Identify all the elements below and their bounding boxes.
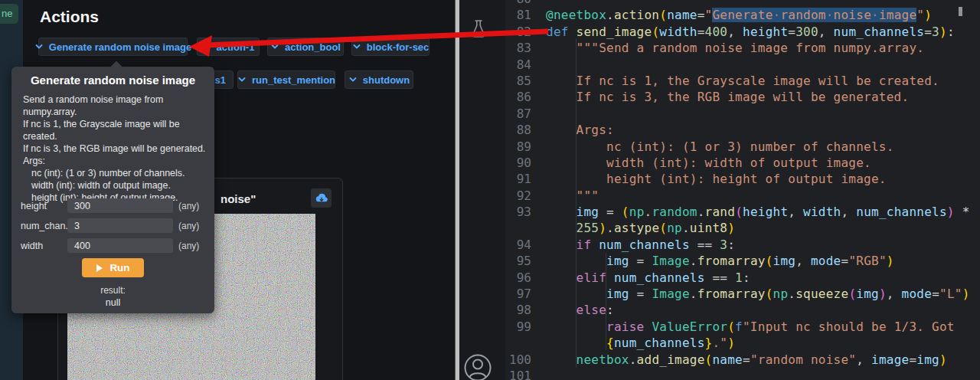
code-line: 81@neetbox.action(name="Generate·random·…	[505, 7, 970, 23]
chevron-down-icon	[34, 42, 44, 51]
action-button-label: Generate random noise image	[49, 41, 191, 53]
code-line: 97 img = Image.fromarray(np.squeeze(img)…	[505, 286, 970, 302]
action-button-action-1[interactable]: action-1	[197, 38, 260, 56]
desc-line: If nc is 1, the Grayscale image will be …	[23, 118, 207, 142]
chevron-down-icon	[352, 42, 361, 51]
action-button-action-bool[interactable]: action_bool	[267, 38, 344, 56]
field-label: height	[21, 201, 47, 211]
run-button-label: Run	[109, 262, 129, 274]
overview-ruler-selection-mark	[959, 7, 962, 16]
noise-image-card-title: noise"	[220, 192, 256, 205]
desc-line: Args:	[23, 155, 207, 167]
sidebar-project-tag[interactable]: ne	[0, 4, 18, 24]
code-line: 84	[505, 57, 970, 73]
result-label: result:	[11, 285, 214, 296]
play-icon	[96, 264, 103, 273]
field-row-height: height (any)	[11, 198, 214, 214]
account-icon[interactable]	[463, 353, 492, 380]
chevron-down-icon	[348, 75, 358, 84]
code-line: 90 width (int): width of output image.	[505, 155, 970, 171]
download-image-button[interactable]	[311, 188, 332, 208]
chevron-down-icon	[237, 75, 247, 84]
code-line: 83 """Send a random noise image from num…	[505, 40, 970, 56]
field-type-hint: (any)	[178, 241, 199, 251]
code-line: 94 if num_channels == 3:	[505, 237, 970, 253]
code-editor-window: 8081@neetbox.action(name="Generate·rando…	[459, 0, 980, 380]
field-label: width	[21, 241, 43, 251]
code-line: 96 elif num_channels == 1:	[505, 270, 970, 286]
code-editor[interactable]: 8081@neetbox.action(name="Generate·rando…	[505, 0, 980, 380]
action-button-label: action-1	[217, 41, 255, 53]
field-type-hint: (any)	[178, 221, 199, 231]
window-divider-scrollbar[interactable]	[455, 0, 459, 380]
width-input[interactable]	[67, 238, 173, 253]
code-line: 92 """	[505, 188, 970, 204]
code-line: 95 img = Image.fromarray(img, mode="RGB"…	[505, 253, 970, 269]
code-line: 99 raise ValueError(f"Input nc should be…	[505, 319, 970, 335]
desc-line: Send a random noise image from numpy.arr…	[23, 93, 207, 118]
field-row-num-channels: num_chan... (any)	[11, 218, 214, 234]
field-type-hint: (any)	[178, 201, 199, 211]
code-line: 98 else:	[505, 302, 970, 318]
popover-description: Send a random noise image from numpy.arr…	[23, 93, 207, 204]
action-button-shutdown[interactable]: shutdown	[345, 70, 413, 89]
code-line: 101	[505, 368, 970, 380]
action-button-label: run_test_mention	[252, 74, 335, 86]
code-line: 88 Args:	[505, 122, 970, 138]
code-line: 86 If nc is 3, the RGB image will be gen…	[505, 89, 970, 105]
popover-title: Generate random noise image	[11, 74, 214, 87]
run-button[interactable]: Run	[82, 258, 144, 277]
testing-flask-icon[interactable]	[469, 19, 488, 42]
field-label: num_chan...	[21, 221, 74, 231]
code-line: 85 If nc is 1, the Grayscale image will …	[505, 73, 970, 89]
code-line: 100 neetbox.add_image(name="random noise…	[505, 352, 970, 368]
action-button-block-for-sec[interactable]: block-for-sec	[351, 38, 430, 56]
chevron-down-icon	[202, 42, 211, 51]
action-button-generate-random-noise-image[interactable]: Generate random noise image	[38, 38, 188, 56]
code-line: 87	[505, 106, 970, 122]
activity-bar	[459, 0, 505, 380]
num-channels-input[interactable]	[67, 218, 173, 233]
dashboard-panel: ne Actions Generate random noise image a…	[0, 0, 455, 380]
actions-section-title: Actions	[40, 8, 99, 26]
code-line: 82def send_image(width=400, height=300, …	[505, 24, 970, 40]
action-run-popover: Generate random noise image Send a rando…	[11, 67, 214, 313]
action-button-label: shutdown	[363, 74, 410, 86]
code-line: 80	[505, 0, 970, 7]
action-button-label: action_bool	[285, 41, 341, 53]
code-line: {num_channels}.")	[505, 335, 970, 351]
action-button-label: block-for-sec	[367, 41, 430, 53]
field-row-width: width (any)	[11, 238, 214, 254]
code-line: 91 height (int): height of output image.	[505, 171, 970, 187]
cloud-download-icon	[315, 193, 328, 203]
desc-line: nc (int): (1 or 3) number of channels.	[23, 167, 207, 179]
code-lines: 8081@neetbox.action(name="Generate·rando…	[505, 0, 970, 380]
action-button-label: s1	[215, 74, 226, 86]
popover-arrow	[110, 61, 123, 74]
action-button-run-test-mention[interactable]: run_test_mention	[237, 70, 335, 89]
result-value: null	[11, 297, 214, 308]
desc-line: If nc is 3, the RGB image will be genera…	[23, 142, 207, 155]
chevron-down-icon	[270, 42, 279, 51]
code-line: 89 nc (int): (1 or 3) number of channels…	[505, 139, 970, 155]
code-line: 93 img = (np.random.rand(height, width, …	[505, 204, 970, 220]
code-line: 255).astype(np.uint8)	[505, 220, 970, 236]
height-input[interactable]	[67, 198, 173, 213]
desc-line: width (int): width of output image.	[23, 179, 207, 192]
